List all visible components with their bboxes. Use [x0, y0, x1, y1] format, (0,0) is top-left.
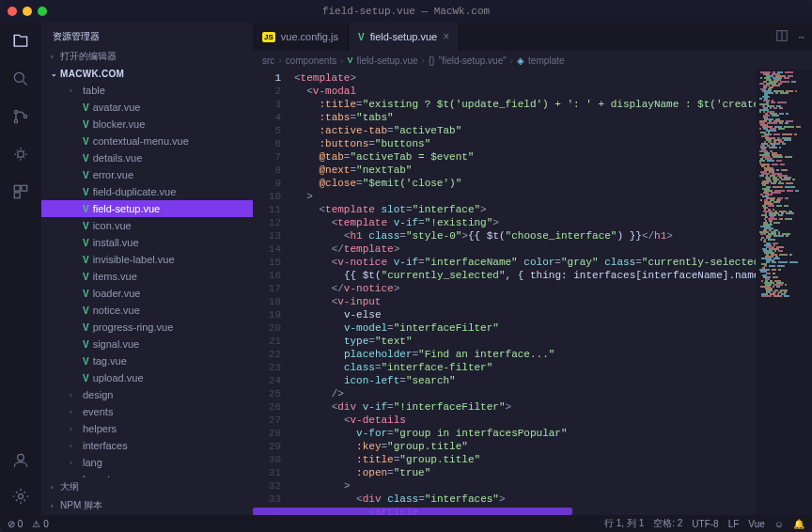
tab-label: vue.config.js: [281, 31, 338, 42]
file-item[interactable]: Vinvisible-label.vue: [41, 251, 253, 268]
file-item[interactable]: Vdetails.vue: [41, 149, 253, 166]
folder-item[interactable]: ›lang: [41, 454, 253, 471]
source-control-icon[interactable]: [9, 105, 32, 128]
svg-point-8: [18, 454, 24, 461]
file-item[interactable]: Vicon.vue: [41, 217, 253, 234]
window-title: field-setup.vue — MacWk.com: [322, 6, 490, 17]
vue-icon: V: [83, 119, 89, 130]
tab-field-setup[interactable]: V field-setup.vue ×: [349, 23, 460, 51]
file-item[interactable]: Vnotice.vue: [41, 302, 253, 319]
file-item[interactable]: Vprogress-ring.vue: [41, 319, 253, 336]
debug-icon[interactable]: [9, 143, 32, 165]
outline-section[interactable]: ›大纲: [41, 477, 253, 496]
folder-item[interactable]: ›helpers: [41, 420, 253, 437]
vue-icon: V: [83, 102, 89, 113]
file-item[interactable]: Vitems.vue: [41, 268, 253, 285]
close-window-button[interactable]: [8, 7, 17, 16]
file-item[interactable]: Vsignal.vue: [41, 336, 253, 352]
breadcrumb[interactable]: src› components› Vfield-setup.vue› {}"fi…: [253, 51, 812, 70]
svg-rect-7: [14, 193, 20, 198]
vue-icon: V: [83, 187, 89, 197]
file-item[interactable]: Vinstall.vue: [41, 234, 253, 251]
more-icon[interactable]: ⋯: [798, 31, 804, 43]
vue-icon: V: [83, 305, 89, 316]
statusbar: ⊘ 0 ⚠ 0 行 1, 列 1 空格: 2 UTF-8 LF Vue ☺ 🔔: [0, 515, 812, 532]
vue-icon: V: [83, 204, 89, 214]
sidebar-title: 资源管理器: [41, 23, 253, 47]
extensions-icon[interactable]: [9, 180, 32, 203]
vue-icon: V: [83, 373, 89, 383]
notifications-icon[interactable]: 🔔: [793, 519, 804, 529]
file-item[interactable]: Vcontextual-menu.vue: [41, 133, 253, 149]
warnings-count[interactable]: ⚠ 0: [32, 519, 48, 529]
svg-rect-6: [22, 185, 27, 191]
sidebar: 资源管理器 ›打开的编辑器 ⌄MACWK.COM ›tableVavatar.v…: [41, 23, 253, 515]
svg-point-9: [19, 494, 23, 499]
svg-point-1: [14, 110, 17, 113]
workspace-section[interactable]: ⌄MACWK.COM: [41, 66, 253, 82]
activity-bar: [0, 23, 41, 515]
file-item[interactable]: Vtag.vue: [41, 352, 253, 369]
minimap[interactable]: [756, 70, 812, 515]
encoding[interactable]: UTF-8: [692, 519, 718, 529]
close-icon[interactable]: ×: [443, 30, 449, 43]
editor-tabs: JS vue.config.js V field-setup.vue × ⋯: [253, 23, 812, 51]
search-icon[interactable]: [9, 68, 32, 90]
account-icon[interactable]: [9, 449, 32, 472]
vue-icon: V: [83, 272, 89, 282]
js-icon: JS: [262, 32, 275, 42]
svg-point-0: [14, 72, 23, 82]
svg-point-4: [18, 151, 24, 158]
vue-icon: V: [83, 322, 89, 333]
vue-icon: V: [83, 339, 89, 350]
line-numbers: 1234567891011121314151617181920212223242…: [253, 70, 294, 515]
svg-point-2: [14, 119, 17, 122]
cursor-position[interactable]: 行 1, 列 1: [604, 517, 644, 530]
language-mode[interactable]: Vue: [748, 519, 764, 529]
svg-point-3: [23, 115, 26, 117]
folder-item[interactable]: ›table: [41, 82, 253, 99]
file-item[interactable]: Vblocker.vue: [41, 116, 253, 133]
tab-vue-config[interactable]: JS vue.config.js: [253, 23, 349, 51]
file-tree: ›tableVavatar.vueVblocker.vueVcontextual…: [41, 82, 253, 477]
vue-icon: V: [358, 32, 365, 42]
errors-count[interactable]: ⊘ 0: [8, 519, 23, 529]
tab-label: field-setup.vue: [370, 31, 438, 42]
vue-icon: V: [83, 289, 89, 299]
minimize-window-button[interactable]: [23, 7, 32, 16]
folder-item[interactable]: ›layouts: [41, 471, 253, 477]
vue-icon: V: [83, 238, 89, 248]
split-editor-icon[interactable]: [775, 29, 789, 45]
vue-icon: V: [83, 170, 89, 180]
folder-item[interactable]: ›design: [41, 386, 253, 403]
svg-rect-5: [14, 185, 20, 191]
file-item[interactable]: Vfield-duplicate.vue: [41, 183, 253, 200]
feedback-icon[interactable]: ☺: [774, 519, 784, 529]
titlebar: field-setup.vue — MacWk.com: [0, 0, 812, 23]
file-item[interactable]: Vavatar.vue: [41, 99, 253, 116]
horizontal-scrollbar[interactable]: [253, 508, 572, 515]
folder-item[interactable]: ›events: [41, 403, 253, 420]
editor[interactable]: 1234567891011121314151617181920212223242…: [253, 70, 812, 515]
eol[interactable]: LF: [728, 519, 740, 529]
vue-icon: V: [83, 255, 89, 265]
npm-scripts-section[interactable]: ›NPM 脚本: [41, 496, 253, 515]
file-item[interactable]: Vfield-setup.vue: [41, 200, 253, 217]
vue-icon: V: [83, 136, 89, 147]
indent-spaces[interactable]: 空格: 2: [653, 517, 682, 530]
vue-icon: V: [83, 153, 89, 164]
file-item[interactable]: Vupload.vue: [41, 369, 253, 386]
vue-icon: V: [83, 356, 89, 367]
maximize-window-button[interactable]: [38, 7, 47, 16]
folder-item[interactable]: ›interfaces: [41, 437, 253, 454]
vue-icon: V: [83, 221, 89, 231]
vue-icon: V: [348, 55, 353, 65]
settings-icon[interactable]: [9, 485, 32, 508]
code-content[interactable]: <template> <v-modal :title="existing ? $…: [294, 70, 756, 515]
explorer-icon[interactable]: [9, 30, 32, 53]
open-editors-section[interactable]: ›打开的编辑器: [41, 47, 253, 66]
file-item[interactable]: Vloader.vue: [41, 285, 253, 302]
file-item[interactable]: Verror.vue: [41, 166, 253, 183]
